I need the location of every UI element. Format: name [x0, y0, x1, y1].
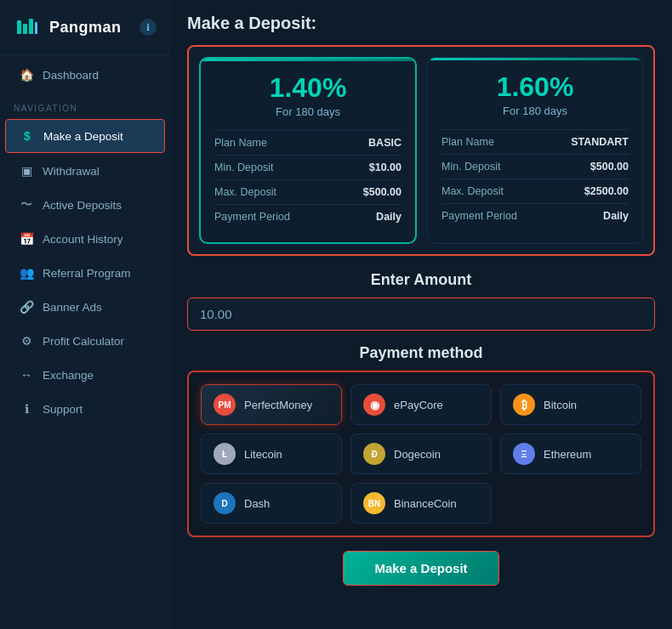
- plan-standart-value-name: STANDART: [571, 136, 629, 148]
- payment-section: PM PerfectMoney ◉ ePayCore ₿ Bitcoin Ł L…: [187, 371, 655, 537]
- plan-basic-value-period: Daily: [376, 211, 401, 223]
- ethereum-icon: Ξ: [513, 443, 535, 465]
- logo-text: Pangman: [49, 19, 122, 37]
- plan-basic-row-name: Plan Name BASIC: [214, 130, 401, 155]
- plan-standart[interactable]: 1.60% For 180 days Plan Name STANDART Mi…: [427, 57, 643, 244]
- sidebar-item-profit-label: Profit Calculator: [43, 335, 124, 348]
- plan-basic[interactable]: 1.40% For 180 days Plan Name BASIC Min. …: [199, 57, 417, 244]
- plan-standart-row-name: Plan Name STANDART: [441, 129, 629, 154]
- nav-section-label: NAVIGATION: [0, 92, 170, 118]
- plan-basic-value-max: $500.00: [363, 186, 401, 198]
- sidebar-item-banner-ads[interactable]: 🔗 Banner Ads: [5, 291, 165, 323]
- plan-basic-label-max: Max. Deposit: [214, 186, 276, 198]
- svg-rect-2: [29, 19, 33, 34]
- exchange-icon: ↔: [19, 367, 34, 382]
- bitcoin-label: Bitcoin: [544, 399, 577, 411]
- sidebar-item-make-deposit[interactable]: $ Make a Deposit: [5, 119, 165, 153]
- payment-btn-perfectmoney[interactable]: PM PerfectMoney: [201, 384, 342, 425]
- page-title: Make a Deposit:: [187, 14, 655, 33]
- plan-standart-value-min: $500.00: [590, 161, 629, 173]
- payment-grid: PM PerfectMoney ◉ ePayCore ₿ Bitcoin Ł L…: [201, 384, 641, 524]
- payment-btn-binancecoin[interactable]: BN BinanceCoin: [350, 483, 492, 524]
- plan-basic-value-min: $10.00: [369, 162, 401, 173]
- dogecoin-label: Dogecoin: [394, 448, 441, 461]
- payment-btn-ethereum[interactable]: Ξ Ethereum: [500, 434, 641, 474]
- sidebar-item-support[interactable]: ℹ Support: [5, 393, 165, 425]
- plan-standart-row-min: Min. Deposit $500.00: [441, 154, 629, 178]
- sidebar-item-referral-program[interactable]: 👥 Referral Program: [5, 257, 165, 289]
- plan-basic-label-period: Payment Period: [214, 211, 290, 223]
- plan-basic-label-name: Plan Name: [214, 137, 267, 149]
- payment-btn-dash[interactable]: D Dash: [201, 483, 342, 524]
- payment-btn-bitcoin[interactable]: ₿ Bitcoin: [500, 384, 641, 425]
- plan-standart-label-period: Payment Period: [441, 210, 517, 222]
- plan-standart-value-period: Daily: [603, 210, 629, 222]
- dash-icon: D: [214, 492, 236, 514]
- payment-btn-dogecoin[interactable]: Ð Dogecoin: [350, 434, 492, 474]
- support-icon: ℹ: [19, 401, 34, 416]
- plan-basic-period: For 180 days: [214, 105, 401, 118]
- plan-basic-row-min: Min. Deposit $10.00: [214, 155, 401, 179]
- plan-standart-value-max: $2500.00: [584, 185, 629, 197]
- sidebar-item-dashboard[interactable]: 🏠 Dashboard: [5, 59, 165, 91]
- make-deposit-button[interactable]: Make a Deposit: [343, 551, 498, 586]
- plan-basic-rate: 1.40%: [214, 72, 401, 104]
- sidebar-item-exchange-label: Exchange: [43, 369, 94, 382]
- plan-standart-row-period: Payment Period Daily: [441, 203, 629, 228]
- binancecoin-icon: BN: [363, 492, 385, 514]
- dashboard-icon: 🏠: [19, 67, 34, 82]
- svg-rect-0: [17, 20, 21, 34]
- calculator-icon: ⚙: [19, 333, 34, 348]
- plan-standart-rate: 1.60%: [441, 71, 629, 103]
- amount-input-wrapper[interactable]: [187, 298, 655, 331]
- sidebar-logo: Pangman ℹ: [0, 0, 170, 55]
- dash-label: Dash: [244, 497, 270, 510]
- sidebar-item-withdrawal[interactable]: ▣ Withdrawal: [5, 155, 165, 187]
- epaycore-icon: ◉: [363, 394, 385, 416]
- epaycore-label: ePayCore: [394, 399, 443, 411]
- main-content: Make a Deposit: 1.40% For 180 days Plan …: [170, 0, 672, 629]
- sidebar-item-make-deposit-label: Make a Deposit: [43, 130, 123, 143]
- svg-rect-1: [23, 24, 27, 34]
- banner-icon: 🔗: [19, 299, 34, 314]
- logo-icon: [14, 14, 41, 41]
- ethereum-label: Ethereum: [544, 448, 591, 461]
- sidebar-item-withdrawal-label: Withdrawal: [43, 165, 100, 178]
- plans-container: 1.40% For 180 days Plan Name BASIC Min. …: [187, 45, 655, 256]
- binancecoin-label: BinanceCoin: [394, 497, 457, 510]
- account-history-icon: 📅: [19, 231, 34, 246]
- sidebar-item-active-deposits[interactable]: 〜 Active Deposits: [5, 189, 165, 221]
- plan-standart-period: For 180 days: [441, 105, 629, 117]
- active-deposits-icon: 〜: [19, 197, 34, 212]
- sidebar-item-profit-calculator[interactable]: ⚙ Profit Calculator: [5, 325, 165, 357]
- payment-method-label: Payment method: [187, 344, 655, 362]
- payment-btn-litecoin[interactable]: Ł Litecoin: [201, 434, 342, 474]
- plan-basic-value-name: BASIC: [368, 137, 401, 149]
- payment-btn-epaycore[interactable]: ◉ ePayCore: [350, 384, 492, 425]
- bitcoin-icon: ₿: [513, 394, 535, 416]
- sidebar-item-account-history[interactable]: 📅 Account History: [5, 223, 165, 255]
- plan-standart-label-min: Min. Deposit: [441, 161, 500, 173]
- plan-basic-label-min: Min. Deposit: [214, 162, 273, 173]
- sidebar-item-referral-label: Referral Program: [43, 267, 131, 280]
- dogecoin-icon: Ð: [363, 443, 385, 465]
- sidebar-item-dashboard-label: Dashboard: [43, 69, 99, 82]
- plan-standart-label-max: Max. Deposit: [441, 185, 504, 197]
- litecoin-label: Litecoin: [244, 448, 282, 461]
- amount-input[interactable]: [188, 298, 654, 330]
- sidebar: Pangman ℹ 🏠 Dashboard NAVIGATION $ Make …: [0, 0, 170, 629]
- enter-amount-label: Enter Amount: [187, 271, 655, 289]
- withdrawal-icon: ▣: [19, 163, 34, 178]
- perfectmoney-label: PerfectMoney: [244, 399, 312, 411]
- plan-standart-row-max: Max. Deposit $2500.00: [441, 178, 629, 203]
- sidebar-item-exchange[interactable]: ↔ Exchange: [5, 359, 165, 391]
- sidebar-item-support-label: Support: [43, 403, 83, 416]
- sidebar-item-banner-label: Banner Ads: [43, 301, 102, 314]
- svg-rect-3: [35, 22, 37, 34]
- deposit-btn-wrapper: Make a Deposit: [187, 551, 655, 586]
- referral-icon: 👥: [19, 265, 34, 280]
- sidebar-item-account-history-label: Account History: [43, 233, 123, 246]
- litecoin-icon: Ł: [214, 443, 236, 465]
- plan-basic-row-max: Max. Deposit $500.00: [214, 179, 401, 204]
- logo-badge: ℹ: [140, 19, 157, 36]
